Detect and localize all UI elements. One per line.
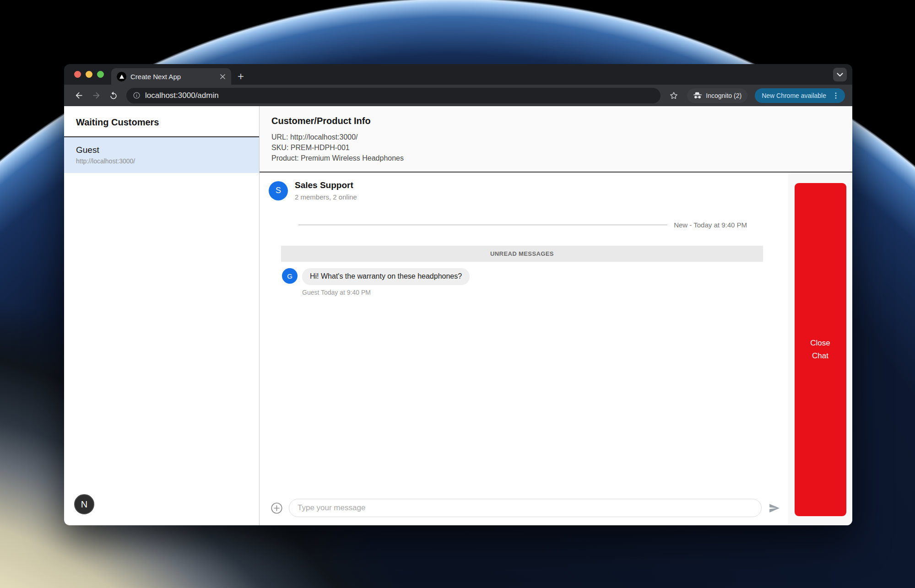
reload-button[interactable] bbox=[106, 88, 121, 103]
customer-url: http://localhost:3000/ bbox=[76, 157, 247, 165]
forward-button[interactable] bbox=[89, 88, 103, 103]
address-bar[interactable]: localhost:3000/admin bbox=[126, 88, 661, 103]
traffic-lights bbox=[64, 64, 111, 85]
site-info-icon[interactable] bbox=[133, 92, 141, 99]
bookmark-star-icon[interactable] bbox=[667, 89, 681, 102]
browser-toolbar: localhost:3000/admin Incognito (2) New C… bbox=[64, 85, 852, 106]
divider-line bbox=[298, 225, 667, 225]
nextjs-devtools-badge[interactable]: N bbox=[74, 494, 94, 514]
close-chat-column: Close Chat bbox=[788, 173, 852, 525]
channel-members-status: 2 members, 2 online bbox=[295, 193, 357, 201]
chat-header: S Sales Support 2 members, 2 online bbox=[260, 173, 788, 201]
info-url-line: URL: http://localhost:3000/ bbox=[271, 132, 839, 142]
incognito-label: Incognito (2) bbox=[706, 92, 742, 99]
send-icon[interactable] bbox=[768, 502, 781, 514]
guest-avatar-letter: G bbox=[287, 272, 292, 280]
message-composer bbox=[260, 499, 788, 525]
channel-avatar: S bbox=[269, 181, 288, 200]
unread-messages-label: UNREAD MESSAGES bbox=[490, 250, 554, 257]
nextjs-favicon-icon bbox=[117, 72, 126, 81]
customer-product-info-panel: Customer/Product Info URL: http://localh… bbox=[260, 106, 852, 173]
nextjs-badge-letter: N bbox=[81, 499, 87, 510]
admin-page: Waiting Customers Guest http://localhost… bbox=[64, 106, 852, 525]
new-messages-date-divider: New - Today at 9:40 PM bbox=[298, 221, 747, 229]
info-sku-line: SKU: PREM-HDPH-001 bbox=[271, 142, 839, 153]
incognito-icon bbox=[693, 92, 702, 99]
waiting-customers-sidebar: Waiting Customers Guest http://localhost… bbox=[64, 106, 260, 525]
maximize-window-button[interactable] bbox=[97, 71, 104, 78]
divider-text: New - Today at 9:40 PM bbox=[674, 221, 747, 229]
message-input[interactable] bbox=[289, 499, 762, 517]
channel-info: Sales Support 2 members, 2 online bbox=[295, 180, 357, 201]
message-row: G Hi! What's the warranty on these headp… bbox=[282, 268, 788, 285]
chevron-down-icon[interactable] bbox=[833, 68, 847, 81]
desktop-wallpaper: Create Next App + localhos bbox=[0, 0, 915, 588]
sidebar-title: Waiting Customers bbox=[64, 106, 259, 136]
new-tab-button[interactable]: + bbox=[238, 71, 244, 82]
back-button[interactable] bbox=[71, 88, 86, 103]
attach-plus-icon[interactable] bbox=[271, 502, 283, 514]
tab-title: Create Next App bbox=[130, 73, 214, 81]
tab-strip: Create Next App + bbox=[64, 64, 852, 85]
close-chat-button[interactable]: Close Chat bbox=[795, 183, 846, 516]
channel-avatar-letter: S bbox=[276, 186, 281, 195]
customer-item-guest[interactable]: Guest http://localhost:3000/ bbox=[64, 137, 259, 173]
main-panel: Customer/Product Info URL: http://localh… bbox=[260, 106, 852, 525]
guest-avatar: G bbox=[282, 268, 298, 284]
close-chat-label: Close Chat bbox=[806, 337, 835, 362]
info-panel-title: Customer/Product Info bbox=[271, 116, 839, 126]
chrome-update-label: New Chrome available bbox=[762, 92, 826, 99]
browser-menu-icon[interactable]: ⋮ bbox=[831, 92, 841, 99]
message-bubble: Hi! What's the warranty on these headpho… bbox=[302, 268, 470, 285]
unread-messages-bar: UNREAD MESSAGES bbox=[281, 246, 763, 262]
channel-name: Sales Support bbox=[295, 180, 357, 190]
close-window-button[interactable] bbox=[74, 71, 81, 78]
info-product-line: Product: Premium Wireless Headphones bbox=[271, 153, 839, 163]
message-meta: Guest Today at 9:40 PM bbox=[302, 289, 788, 296]
chat-section: S Sales Support 2 members, 2 online New … bbox=[260, 173, 852, 525]
browser-window: Create Next App + localhos bbox=[64, 64, 852, 525]
chat-column: S Sales Support 2 members, 2 online New … bbox=[260, 173, 788, 525]
url-text: localhost:3000/admin bbox=[145, 91, 219, 100]
incognito-badge: Incognito (2) bbox=[687, 88, 747, 103]
chrome-update-button[interactable]: New Chrome available ⋮ bbox=[755, 88, 845, 103]
customer-name: Guest bbox=[76, 145, 247, 155]
tab-close-icon[interactable] bbox=[218, 72, 227, 81]
tab-create-next-app[interactable]: Create Next App bbox=[111, 68, 231, 85]
minimize-window-button[interactable] bbox=[86, 71, 92, 78]
